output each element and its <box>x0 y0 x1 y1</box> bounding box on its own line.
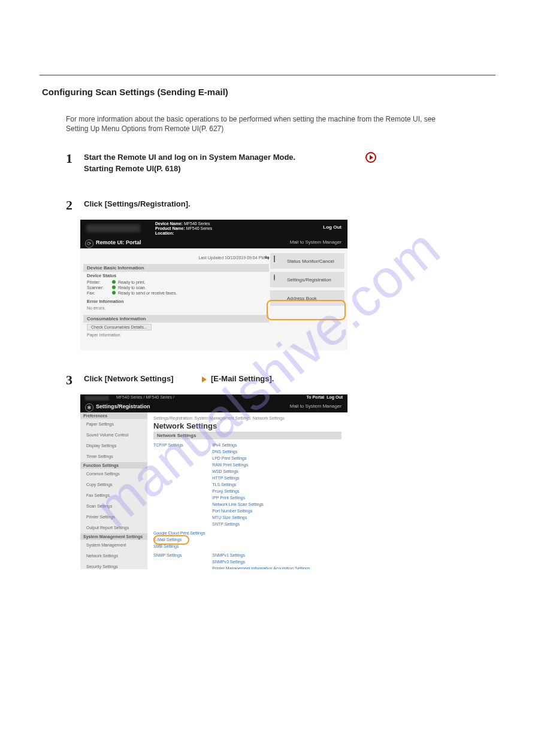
sidebar-header-system: System Management Settings <box>80 533 147 540</box>
printer-label: Printer: <box>87 280 112 284</box>
check-consumables-button[interactable]: Check Consumables Details... <box>87 324 152 330</box>
sidebar-item-display[interactable]: Display Settings <box>80 441 147 451</box>
link-http-settings[interactable]: HTTP Settings <box>212 475 264 481</box>
link-snmpv3[interactable]: SNMPv3 Settings <box>212 558 310 565</box>
status-icon <box>274 256 275 262</box>
settings-title: Settings/Registration <box>96 403 150 409</box>
sidebar-item-common[interactable]: Common Settings <box>80 469 147 479</box>
settings-registration-button[interactable]: Settings/Registration <box>270 272 344 287</box>
note-paragraph: For more information about the basic ope… <box>66 114 495 125</box>
refresh-icon: ⟳ <box>85 239 93 248</box>
mail-link[interactable]: Mail to System Manager <box>290 239 341 245</box>
sidebar-header-preferences: Preferences <box>80 412 147 419</box>
screenshot-portal: Device Name: MF540 Series Product Name: … <box>80 220 347 350</box>
status-dot-icon <box>112 291 116 294</box>
link-smb[interactable]: SMB Settings <box>153 543 341 549</box>
step1-link[interactable]: Starting Remote UI(P. 618) <box>84 164 181 173</box>
gear-icon <box>274 274 275 281</box>
mail-link[interactable]: Mail to System Manager <box>290 403 341 409</box>
logout-link[interactable]: Log Out <box>323 224 341 230</box>
status-monitor-button[interactable]: Status Monitor/Cancel <box>270 253 344 269</box>
sidebar-item-network[interactable]: Network Settings <box>80 551 147 561</box>
scanner-status: Ready to scan. <box>118 286 146 290</box>
step3-text-a: Click [Network Settings] <box>84 374 174 383</box>
sidebar-item-copy[interactable]: Copy Settings <box>80 479 147 490</box>
consumables-header: Consumables Information <box>83 315 269 323</box>
address-book-button[interactable]: Address Book <box>270 290 344 306</box>
device-status-label: Device Status <box>83 272 269 280</box>
basic-info-header: Device Basic Information <box>83 264 269 272</box>
link-port-number-settings[interactable]: Port Number Settings <box>212 508 264 514</box>
gear-icon: ✱ <box>85 403 93 412</box>
link-ipp-print-settings[interactable]: IPP Print Settings <box>212 494 264 501</box>
step1-number: 1 <box>66 151 72 166</box>
note-link[interactable]: Setting Up Menu Options from Remote UI(P… <box>66 125 223 133</box>
link-tls-settings[interactable]: TLS Settings <box>212 481 264 488</box>
sidebar-item-printer[interactable]: Printer Settings <box>80 512 147 523</box>
link-proxy-settings[interactable]: Proxy Settings <box>212 488 264 494</box>
page-title: Network Settings <box>153 421 341 430</box>
sidebar-item-output[interactable]: Output Report Settings <box>80 523 147 533</box>
sidebar-item-scan[interactable]: Scan Settings <box>80 501 147 512</box>
sidebar-item-timer[interactable]: Timer Settings <box>80 451 147 462</box>
breadcrumb-top: MF540 Series / MF540 Series / <box>116 395 174 399</box>
link-tcpip[interactable]: TCP/IP Settings <box>153 442 211 448</box>
red-divider <box>40 75 495 75</box>
link-pmia[interactable]: Printer Management Information Acquisiti… <box>212 565 310 569</box>
fax-status: Ready to send or receive faxes. <box>118 291 177 295</box>
screenshot-network-settings: MF540 Series / MF540 Series / To Portal … <box>80 394 347 569</box>
link-sntp-settings[interactable]: SNTP Settings <box>212 521 264 527</box>
printer-status: Ready to print. <box>118 280 146 284</box>
device-info: Device Name: MF540 Series Product Name: … <box>155 221 212 236</box>
link-lpd-print-settings[interactable]: LPD Print Settings <box>212 455 264 462</box>
status-dot-icon <box>112 286 116 289</box>
fax-label: Fax: <box>87 291 112 295</box>
step1-lead: Start the Remote UI and log on in System… <box>84 153 295 162</box>
no-errors: No errors. <box>83 305 269 311</box>
sidebar-item-paper[interactable]: Paper Settings <box>80 419 147 430</box>
sidebar-item-security[interactable]: Security Settings <box>80 561 147 569</box>
link-mtu-size-settings[interactable]: MTU Size Settings <box>212 514 264 521</box>
to-portal-link[interactable]: To Portal <box>306 395 324 399</box>
logo-blur <box>86 224 140 232</box>
link-raw-print-settings[interactable]: RAW Print Settings <box>212 462 264 468</box>
link-email[interactable]: E-Mail Settings <box>153 536 182 543</box>
step2-text: Click [Settings/Registration]. <box>84 199 191 208</box>
link-snmpv1[interactable]: SNMPv1 Settings <box>212 552 310 558</box>
link-snmp[interactable]: SNMP Settings <box>153 552 211 558</box>
breadcrumb: Settings/Registration: System Management… <box>153 416 341 420</box>
link-wsd-settings[interactable]: WSD Settings <box>212 468 264 475</box>
status-dot-icon <box>112 280 116 284</box>
section-heading: Configuring Scan Settings (Sending E-mai… <box>42 87 228 97</box>
logo-blur <box>85 396 109 400</box>
step2-number: 2 <box>66 198 72 213</box>
link-dns-settings[interactable]: DNS Settings <box>212 448 264 455</box>
error-info-label: Error Information <box>83 296 269 305</box>
sidebar-header-function: Function Settings <box>80 462 147 469</box>
step3-text-b: [E-Mail Settings]. <box>211 374 274 383</box>
link-ipv4-settings[interactable]: IPv4 Settings <box>212 442 264 448</box>
link-network-link-scan-settings[interactable]: Network Link Scan Settings <box>212 501 264 508</box>
network-settings-sub: Network Settings <box>153 432 341 439</box>
sidebar: Preferences Paper Settings Sound Volume … <box>80 412 147 569</box>
last-updated: Last Updated 10/10/2019 09:04 PM <box>198 256 265 260</box>
logout-link[interactable]: Log Out <box>327 395 343 399</box>
sidebar-item-volume[interactable]: Sound Volume Control <box>80 430 147 441</box>
paper-info-label: Paper Information <box>83 332 269 338</box>
link-gcp[interactable]: Google Cloud Print Settings <box>153 530 341 536</box>
scanner-label: Scanner: <box>87 286 112 290</box>
sidebar-item-sysmgmt[interactable]: System Management <box>80 540 147 551</box>
sidebar-item-fax[interactable]: Fax Settings <box>80 490 147 501</box>
step3-number: 3 <box>66 372 72 388</box>
portal-title: Remote UI: Portal <box>96 239 141 245</box>
play-icon <box>365 152 376 163</box>
arrow-icon <box>202 377 207 382</box>
